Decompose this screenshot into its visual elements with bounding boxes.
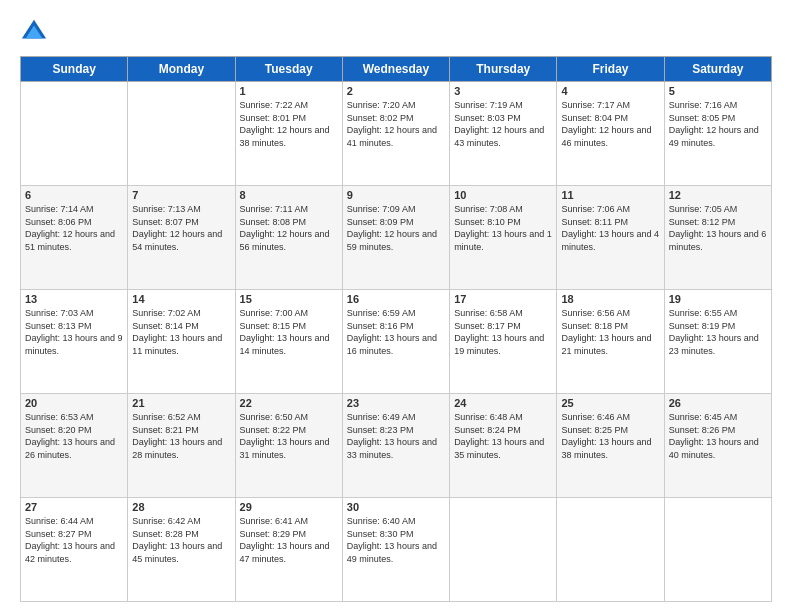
calendar-cell: 3Sunrise: 7:19 AMSunset: 8:03 PMDaylight… <box>450 82 557 186</box>
day-info: Sunrise: 7:08 AMSunset: 8:10 PMDaylight:… <box>454 203 552 253</box>
day-info: Sunrise: 6:40 AMSunset: 8:30 PMDaylight:… <box>347 515 445 565</box>
day-info: Sunrise: 6:55 AMSunset: 8:19 PMDaylight:… <box>669 307 767 357</box>
calendar-table: SundayMondayTuesdayWednesdayThursdayFrid… <box>20 56 772 602</box>
day-number: 29 <box>240 501 338 513</box>
day-number: 10 <box>454 189 552 201</box>
calendar-cell: 13Sunrise: 7:03 AMSunset: 8:13 PMDayligh… <box>21 290 128 394</box>
calendar-cell: 1Sunrise: 7:22 AMSunset: 8:01 PMDaylight… <box>235 82 342 186</box>
calendar-cell: 27Sunrise: 6:44 AMSunset: 8:27 PMDayligh… <box>21 498 128 602</box>
calendar-cell: 9Sunrise: 7:09 AMSunset: 8:09 PMDaylight… <box>342 186 449 290</box>
week-row: 27Sunrise: 6:44 AMSunset: 8:27 PMDayligh… <box>21 498 772 602</box>
day-info: Sunrise: 7:16 AMSunset: 8:05 PMDaylight:… <box>669 99 767 149</box>
day-number: 26 <box>669 397 767 409</box>
calendar-cell: 24Sunrise: 6:48 AMSunset: 8:24 PMDayligh… <box>450 394 557 498</box>
day-number: 27 <box>25 501 123 513</box>
week-row: 1Sunrise: 7:22 AMSunset: 8:01 PMDaylight… <box>21 82 772 186</box>
day-info: Sunrise: 7:22 AMSunset: 8:01 PMDaylight:… <box>240 99 338 149</box>
calendar-cell: 25Sunrise: 6:46 AMSunset: 8:25 PMDayligh… <box>557 394 664 498</box>
day-number: 11 <box>561 189 659 201</box>
day-header: Friday <box>557 57 664 82</box>
day-header: Monday <box>128 57 235 82</box>
calendar-cell <box>664 498 771 602</box>
calendar-cell <box>128 82 235 186</box>
day-number: 18 <box>561 293 659 305</box>
calendar-cell: 19Sunrise: 6:55 AMSunset: 8:19 PMDayligh… <box>664 290 771 394</box>
calendar-cell: 12Sunrise: 7:05 AMSunset: 8:12 PMDayligh… <box>664 186 771 290</box>
day-info: Sunrise: 6:44 AMSunset: 8:27 PMDaylight:… <box>25 515 123 565</box>
calendar-cell: 21Sunrise: 6:52 AMSunset: 8:21 PMDayligh… <box>128 394 235 498</box>
day-number: 30 <box>347 501 445 513</box>
day-number: 25 <box>561 397 659 409</box>
day-info: Sunrise: 7:19 AMSunset: 8:03 PMDaylight:… <box>454 99 552 149</box>
calendar-cell: 18Sunrise: 6:56 AMSunset: 8:18 PMDayligh… <box>557 290 664 394</box>
day-info: Sunrise: 6:41 AMSunset: 8:29 PMDaylight:… <box>240 515 338 565</box>
day-info: Sunrise: 7:03 AMSunset: 8:13 PMDaylight:… <box>25 307 123 357</box>
day-info: Sunrise: 7:13 AMSunset: 8:07 PMDaylight:… <box>132 203 230 253</box>
day-header: Wednesday <box>342 57 449 82</box>
day-info: Sunrise: 6:50 AMSunset: 8:22 PMDaylight:… <box>240 411 338 461</box>
logo <box>20 18 52 46</box>
calendar-cell: 16Sunrise: 6:59 AMSunset: 8:16 PMDayligh… <box>342 290 449 394</box>
day-header: Sunday <box>21 57 128 82</box>
day-info: Sunrise: 7:11 AMSunset: 8:08 PMDaylight:… <box>240 203 338 253</box>
day-info: Sunrise: 6:53 AMSunset: 8:20 PMDaylight:… <box>25 411 123 461</box>
calendar-cell: 22Sunrise: 6:50 AMSunset: 8:22 PMDayligh… <box>235 394 342 498</box>
day-info: Sunrise: 7:20 AMSunset: 8:02 PMDaylight:… <box>347 99 445 149</box>
day-number: 20 <box>25 397 123 409</box>
day-info: Sunrise: 6:42 AMSunset: 8:28 PMDaylight:… <box>132 515 230 565</box>
header-row: SundayMondayTuesdayWednesdayThursdayFrid… <box>21 57 772 82</box>
day-info: Sunrise: 6:52 AMSunset: 8:21 PMDaylight:… <box>132 411 230 461</box>
week-row: 20Sunrise: 6:53 AMSunset: 8:20 PMDayligh… <box>21 394 772 498</box>
day-number: 9 <box>347 189 445 201</box>
day-info: Sunrise: 6:59 AMSunset: 8:16 PMDaylight:… <box>347 307 445 357</box>
day-number: 5 <box>669 85 767 97</box>
day-info: Sunrise: 6:49 AMSunset: 8:23 PMDaylight:… <box>347 411 445 461</box>
calendar-cell: 29Sunrise: 6:41 AMSunset: 8:29 PMDayligh… <box>235 498 342 602</box>
day-number: 3 <box>454 85 552 97</box>
day-number: 17 <box>454 293 552 305</box>
calendar-cell: 14Sunrise: 7:02 AMSunset: 8:14 PMDayligh… <box>128 290 235 394</box>
day-info: Sunrise: 6:56 AMSunset: 8:18 PMDaylight:… <box>561 307 659 357</box>
day-number: 7 <box>132 189 230 201</box>
day-number: 14 <box>132 293 230 305</box>
day-number: 13 <box>25 293 123 305</box>
week-row: 13Sunrise: 7:03 AMSunset: 8:13 PMDayligh… <box>21 290 772 394</box>
calendar-cell: 4Sunrise: 7:17 AMSunset: 8:04 PMDaylight… <box>557 82 664 186</box>
day-number: 15 <box>240 293 338 305</box>
calendar-cell <box>21 82 128 186</box>
page: SundayMondayTuesdayWednesdayThursdayFrid… <box>0 0 792 612</box>
day-number: 6 <box>25 189 123 201</box>
day-info: Sunrise: 6:45 AMSunset: 8:26 PMDaylight:… <box>669 411 767 461</box>
day-info: Sunrise: 7:17 AMSunset: 8:04 PMDaylight:… <box>561 99 659 149</box>
day-info: Sunrise: 7:05 AMSunset: 8:12 PMDaylight:… <box>669 203 767 253</box>
day-info: Sunrise: 6:46 AMSunset: 8:25 PMDaylight:… <box>561 411 659 461</box>
day-number: 2 <box>347 85 445 97</box>
day-number: 22 <box>240 397 338 409</box>
calendar-cell: 23Sunrise: 6:49 AMSunset: 8:23 PMDayligh… <box>342 394 449 498</box>
day-header: Tuesday <box>235 57 342 82</box>
calendar-cell: 8Sunrise: 7:11 AMSunset: 8:08 PMDaylight… <box>235 186 342 290</box>
calendar-cell <box>557 498 664 602</box>
day-info: Sunrise: 6:48 AMSunset: 8:24 PMDaylight:… <box>454 411 552 461</box>
day-info: Sunrise: 7:14 AMSunset: 8:06 PMDaylight:… <box>25 203 123 253</box>
day-number: 24 <box>454 397 552 409</box>
day-number: 21 <box>132 397 230 409</box>
calendar-cell: 7Sunrise: 7:13 AMSunset: 8:07 PMDaylight… <box>128 186 235 290</box>
day-info: Sunrise: 7:06 AMSunset: 8:11 PMDaylight:… <box>561 203 659 253</box>
calendar-cell <box>450 498 557 602</box>
week-row: 6Sunrise: 7:14 AMSunset: 8:06 PMDaylight… <box>21 186 772 290</box>
day-number: 16 <box>347 293 445 305</box>
day-number: 12 <box>669 189 767 201</box>
day-info: Sunrise: 7:09 AMSunset: 8:09 PMDaylight:… <box>347 203 445 253</box>
day-number: 8 <box>240 189 338 201</box>
calendar-cell: 28Sunrise: 6:42 AMSunset: 8:28 PMDayligh… <box>128 498 235 602</box>
logo-icon <box>20 18 48 46</box>
day-number: 4 <box>561 85 659 97</box>
calendar-cell: 6Sunrise: 7:14 AMSunset: 8:06 PMDaylight… <box>21 186 128 290</box>
day-header: Thursday <box>450 57 557 82</box>
calendar-cell: 26Sunrise: 6:45 AMSunset: 8:26 PMDayligh… <box>664 394 771 498</box>
day-info: Sunrise: 6:58 AMSunset: 8:17 PMDaylight:… <box>454 307 552 357</box>
calendar-cell: 5Sunrise: 7:16 AMSunset: 8:05 PMDaylight… <box>664 82 771 186</box>
calendar-cell: 20Sunrise: 6:53 AMSunset: 8:20 PMDayligh… <box>21 394 128 498</box>
day-number: 19 <box>669 293 767 305</box>
